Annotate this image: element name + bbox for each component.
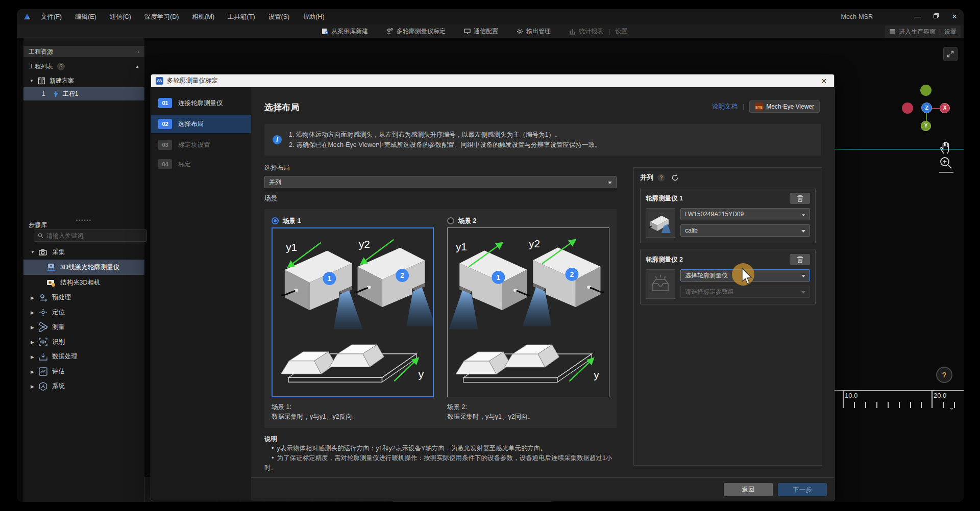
profiler1-device-select[interactable]: LW150249A215YD09 — [680, 208, 810, 220]
profiler2-thumbnail — [646, 269, 675, 299]
toolbar-profiler-calibration[interactable]: 多轮廓测量仪标定 — [386, 27, 446, 36]
production-settings-button[interactable]: 设置 — [944, 28, 957, 36]
close-button[interactable]: ✕ — [945, 9, 964, 24]
trash-icon — [797, 195, 803, 202]
solution-tree-item[interactable]: ▼ 新建方案 — [23, 74, 144, 87]
toolbar-settings[interactable]: 设置 — [615, 27, 627, 36]
profiler1-thumbnail — [646, 208, 675, 238]
gizmo-left-circle[interactable] — [902, 103, 913, 114]
zoom-tool-icon[interactable] — [939, 156, 953, 170]
profiler1-card: 轮廓测量仪 1 LW150249A215YD09 calib — [640, 188, 816, 243]
step-library-title: 步骤库 — [29, 221, 47, 229]
minimize-button[interactable]: — — [909, 9, 927, 24]
wizard-steps: 01 连接轮廓测量仪 02 选择布局 03 标定块设置 04 标定 — [151, 87, 251, 501]
help-button[interactable]: ? — [936, 367, 952, 383]
profiler-icon — [46, 263, 56, 272]
dialog-close-icon[interactable]: ✕ — [818, 77, 829, 85]
scene1-image[interactable]: 1 2 y1 y2 y — [272, 227, 434, 397]
layout-select[interactable]: 并列 — [264, 176, 617, 188]
refresh-icon[interactable] — [671, 174, 679, 182]
category-data-processing[interactable]: ▶ 数据处理 — [23, 349, 144, 364]
search-input[interactable] — [46, 232, 143, 239]
solution-icon — [38, 77, 45, 85]
window-title: Mech-MSR — [841, 13, 873, 20]
profiler2-param-select[interactable]: 请选择标定参数组 — [680, 286, 810, 298]
ruler-label-20: 20.0 — [934, 392, 946, 399]
gizmo-y-axis[interactable]: Y — [921, 121, 931, 131]
dialog-footer: 返回 下一步 — [251, 477, 834, 501]
expand-view-button[interactable] — [943, 47, 958, 61]
svg-text:y1: y1 — [286, 241, 297, 253]
scene2-radio[interactable]: 场景 2 — [447, 214, 609, 227]
doc-link[interactable]: 说明文档 — [712, 103, 738, 111]
profiler1-param-select[interactable]: calib — [680, 224, 810, 237]
restore-button[interactable] — [927, 9, 945, 24]
note-1: y表示物体相对感测头的运行方向；y1和y2表示设备Y轴方向，为激光发射器至感光单… — [277, 445, 547, 452]
toolbar-statistics[interactable]: 统计报表 — [569, 27, 603, 36]
gear-icon — [517, 28, 523, 35]
menu-help[interactable]: 帮助(H) — [296, 9, 331, 24]
step-search-box[interactable] — [34, 229, 147, 242]
svg-text:EYE: EYE — [755, 106, 763, 109]
measure-icon — [38, 322, 48, 332]
wizard-step-3[interactable]: 03 标定块设置 — [158, 137, 251, 152]
category-locate[interactable]: ▶ 定位 — [23, 305, 144, 320]
toolbar-new-from-case[interactable]: 从案例库新建 — [322, 27, 368, 36]
svg-text:1: 1 — [328, 274, 332, 283]
menu-communication[interactable]: 通信(C) — [103, 9, 138, 24]
wizard-step-1[interactable]: 01 连接轮廓测量仪 — [158, 95, 251, 111]
project-list-help-icon[interactable]: ? — [57, 63, 65, 70]
project-tree-item[interactable]: 1 工程1 — [23, 87, 144, 100]
chevron-down-icon[interactable]: ⌄ — [949, 403, 954, 411]
page-title: 选择布局 — [264, 101, 299, 113]
svg-text:2: 2 — [400, 271, 404, 279]
menu-settings[interactable]: 设置(S) — [262, 9, 297, 24]
wizard-step-4[interactable]: 04 标定 — [158, 157, 251, 172]
menu-camera[interactable]: 相机(M) — [185, 9, 221, 24]
category-system[interactable]: ▶ 系统 — [23, 379, 144, 394]
profiler2-title: 轮廓测量仪 2 — [646, 256, 683, 264]
svg-text:y: y — [594, 369, 599, 380]
menu-edit[interactable]: 编辑(E) — [68, 9, 103, 24]
gizmo-x-axis[interactable]: X — [940, 103, 950, 113]
scene2-caption-title: 场景 2: — [447, 402, 609, 412]
collapse-list-icon[interactable]: ▲ — [135, 64, 139, 69]
back-button[interactable]: 返回 — [724, 483, 773, 496]
mech-eye-icon: EYE — [755, 103, 763, 111]
calibration-icon — [386, 28, 394, 35]
wizard-step-2[interactable]: 02 选择布局 — [151, 115, 251, 133]
menu-deep-learning[interactable]: 深度学习(D) — [138, 9, 185, 24]
gizmo-top-circle[interactable] — [920, 85, 932, 96]
enter-production-button[interactable]: 进入生产界面 — [899, 28, 936, 36]
toolbar-communication-config[interactable]: 通信配置 — [464, 27, 498, 36]
mech-eye-viewer-button[interactable]: EYE Mech-Eye Viewer — [749, 100, 820, 113]
collapse-panel-icon[interactable]: ‹ — [137, 46, 139, 57]
profiler2-delete-button[interactable] — [790, 254, 810, 265]
step-structured-light-camera[interactable]: 结构光3D相机 — [23, 275, 144, 290]
scene1-radio[interactable]: 场景 1 — [272, 214, 434, 227]
profiler2-device-select[interactable]: 选择轮廓测量仪 — [680, 269, 810, 282]
monitor-icon — [464, 28, 471, 35]
menu-toolbox[interactable]: 工具箱(T) — [221, 9, 261, 24]
app-logo-icon — [23, 13, 31, 21]
ruler-label-10: 10.0 — [845, 392, 857, 399]
next-button[interactable]: 下一步 — [778, 483, 827, 496]
menu-file[interactable]: 文件(F) — [34, 9, 68, 24]
category-evaluate[interactable]: ▶ 评估 — [23, 364, 144, 379]
gizmo-z-axis[interactable]: Z — [921, 103, 932, 113]
category-collect[interactable]: ▼ 采集 — [23, 245, 144, 260]
category-measure[interactable]: ▶ 测量 — [23, 320, 144, 335]
profiler1-delete-button[interactable] — [790, 193, 810, 204]
evaluate-icon — [38, 367, 48, 376]
project-resources-panel: 工程资源‹ 工程列表 ? ▲ ▼ 新建方案 1 工程1 •••••• 步骤库 — [23, 38, 144, 502]
scene2-image[interactable]: 1 2 y1 y2 y — [447, 227, 609, 397]
category-preprocess[interactable]: ▶ 预处理 — [23, 290, 144, 305]
calibration-dialog: 多轮廓测量仪标定 ✕ 01 连接轮廓测量仪 02 选择布局 03 标定块设置 — [151, 74, 835, 501]
category-recognize[interactable]: ▶ 识别 — [23, 335, 144, 349]
svg-text:1: 1 — [496, 273, 500, 282]
info-icon: i — [273, 135, 282, 144]
toolbar-output-management[interactable]: 输出管理 — [517, 27, 551, 36]
pan-tool-icon[interactable] — [939, 140, 954, 155]
step-3d-laser-profiler[interactable]: 3D线激光轮廓测量仪 — [23, 260, 144, 275]
group-help-icon[interactable]: ? — [657, 174, 665, 182]
